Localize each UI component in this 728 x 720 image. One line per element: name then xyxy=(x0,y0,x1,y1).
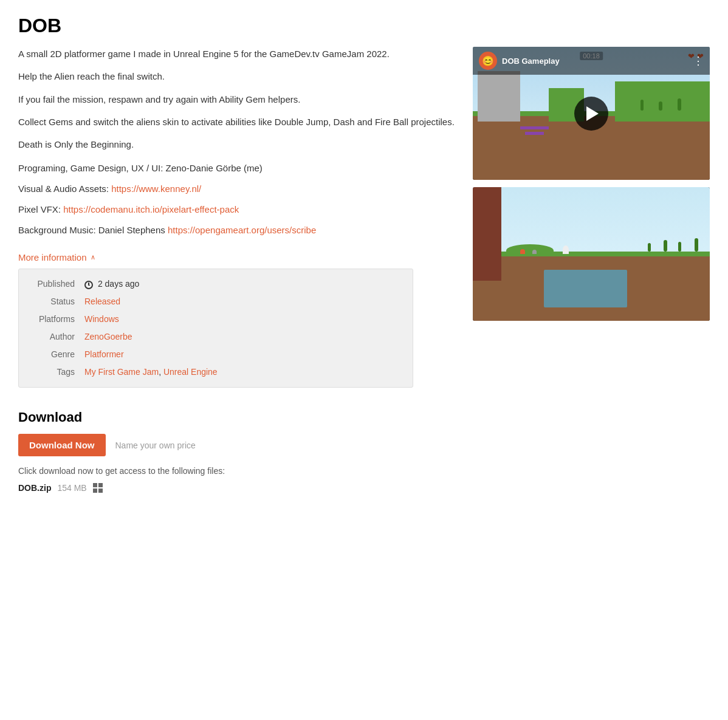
info-row-status: Status Released xyxy=(30,295,402,308)
info-label-status: Status xyxy=(30,295,84,308)
platforms-link[interactable]: Windows xyxy=(84,314,119,324)
genre-link[interactable]: Platformer xyxy=(84,349,124,359)
desc-para-1: A small 2D platformer game I made in Unr… xyxy=(18,47,455,61)
download-now-button[interactable]: Download Now xyxy=(18,434,106,456)
info-row-genre: Genre Platformer xyxy=(30,348,402,361)
more-info-label: More information xyxy=(18,252,87,262)
purple-detail-2 xyxy=(525,132,544,135)
info-value-genre: Platformer xyxy=(84,348,124,361)
download-heading: Download xyxy=(18,410,455,425)
video-title-text-1: DOB Gameplay xyxy=(502,57,560,66)
author-link[interactable]: ZenoGoerbe xyxy=(84,332,132,341)
play-button-1[interactable] xyxy=(574,97,608,131)
download-note: Click download now to get access to the … xyxy=(18,466,455,476)
svg-rect-0 xyxy=(93,483,97,487)
desc-para-4: Collect Gems and switch the aliens skin … xyxy=(18,115,455,129)
purple-detail-1 xyxy=(520,126,549,129)
more-info-toggle[interactable]: More information ∧ xyxy=(18,252,95,262)
svg-rect-1 xyxy=(98,483,103,487)
info-label-author: Author xyxy=(30,331,84,343)
file-name: DOB.zip xyxy=(18,483,51,493)
info-row-author: Author ZenoGoerbe xyxy=(30,331,402,343)
tag-firstgamejam-link[interactable]: My First Game Jam xyxy=(84,367,159,377)
info-table: Published 2 days ago Status Released Pla… xyxy=(18,269,413,388)
credit-label-4: Background Music: Daniel Stephens xyxy=(18,225,168,235)
info-value-published: 2 days ago xyxy=(84,278,139,290)
info-value-author: ZenoGoerbe xyxy=(84,331,132,343)
left-column: A small 2D platformer game I made in Unr… xyxy=(18,47,455,493)
description: A small 2D platformer game I made in Unr… xyxy=(18,47,455,151)
page-title: DOB xyxy=(18,15,710,37)
mushroom-1 xyxy=(520,249,525,254)
file-row: DOB.zip 154 MB xyxy=(18,483,455,493)
credits: Programing, Game Design, UX / UI: Zeno-D… xyxy=(18,161,455,238)
info-row-platforms: Platforms Windows xyxy=(30,313,402,326)
video-avatar-1: 😊 xyxy=(479,52,497,70)
tag-unrealengine-link[interactable]: Unreal Engine xyxy=(163,367,218,377)
info-value-platforms: Windows xyxy=(84,313,119,326)
download-btn-row: Download Now Name your own price xyxy=(18,434,455,456)
info-value-tags: My First Game Jam, Unreal Engine xyxy=(84,366,218,379)
game-scene-2 xyxy=(473,187,710,320)
mushroom-2 xyxy=(532,250,537,254)
cactus-r1 xyxy=(695,238,698,252)
name-your-price-text: Name your own price xyxy=(115,441,196,450)
info-label-published: Published xyxy=(30,278,84,290)
info-row-published: Published 2 days ago xyxy=(30,278,402,290)
cactus-1 xyxy=(678,98,681,111)
water-area xyxy=(544,270,627,307)
kenney-link[interactable]: https://www.kenney.nl/ xyxy=(111,183,201,194)
cactus-r2 xyxy=(678,242,681,252)
status-link[interactable]: Released xyxy=(84,297,120,306)
video-header-left-1: 😊 DOB Gameplay xyxy=(479,52,560,70)
video-thumbnail-1[interactable]: ❤ ❤ 00:18 😊 DOB Gameplay ⋮ xyxy=(473,47,710,180)
platform-right xyxy=(615,81,710,122)
opengameart-link[interactable]: https://opengameart.org/users/scribe xyxy=(168,225,316,235)
cactus-r4 xyxy=(648,243,651,252)
screenshot-2[interactable] xyxy=(473,187,710,320)
desc-para-2: Help the Alien reach the final switch. xyxy=(18,69,455,83)
pixelvfx-link[interactable]: https://codemanu.itch.io/pixelart-effect… xyxy=(63,204,239,214)
download-section: Download Download Now Name your own pric… xyxy=(18,410,455,493)
desc-para-5: Death is Only the Beginning. xyxy=(18,137,455,151)
character xyxy=(563,245,569,254)
credit-label-3: Pixel VFX: xyxy=(18,204,63,214)
cactus-2 xyxy=(659,101,662,111)
credit-line-4: Background Music: Daniel Stephens https:… xyxy=(18,223,455,238)
right-column: ❤ ❤ 00:18 😊 DOB Gameplay ⋮ xyxy=(473,47,710,328)
info-label-tags: Tags xyxy=(30,366,84,379)
cactus-3 xyxy=(640,100,644,111)
hill-1 xyxy=(506,244,554,256)
info-label-genre: Genre xyxy=(30,348,84,361)
info-row-tags: Tags My First Game Jam, Unreal Engine xyxy=(30,366,402,379)
video-header-1: 😊 DOB Gameplay ⋮ xyxy=(473,47,710,75)
info-value-status: Released xyxy=(84,295,120,308)
clock-icon xyxy=(84,281,93,289)
main-layout: A small 2D platformer game I made in Unr… xyxy=(18,47,710,493)
play-triangle-icon xyxy=(586,106,599,121)
credit-line-1: Programing, Game Design, UX / UI: Zeno-D… xyxy=(18,161,455,176)
svg-rect-3 xyxy=(98,489,103,493)
info-label-platforms: Platforms xyxy=(30,313,84,326)
platform-left xyxy=(478,71,520,122)
credit-line-3: Pixel VFX: https://codemanu.itch.io/pixe… xyxy=(18,202,455,217)
svg-rect-2 xyxy=(93,489,97,493)
desc-para-3: If you fail the mission, respawn and try… xyxy=(18,92,455,106)
brick-platform xyxy=(473,187,501,281)
video-options-icon[interactable]: ⋮ xyxy=(693,55,704,66)
file-size: 154 MB xyxy=(57,483,86,493)
chevron-up-icon: ∧ xyxy=(91,253,95,261)
cactus-r3 xyxy=(664,240,667,252)
credit-label-2: Visual & Audio Assets: xyxy=(18,183,111,194)
windows-icon xyxy=(93,483,103,493)
credit-line-2: Visual & Audio Assets: https://www.kenne… xyxy=(18,182,455,196)
